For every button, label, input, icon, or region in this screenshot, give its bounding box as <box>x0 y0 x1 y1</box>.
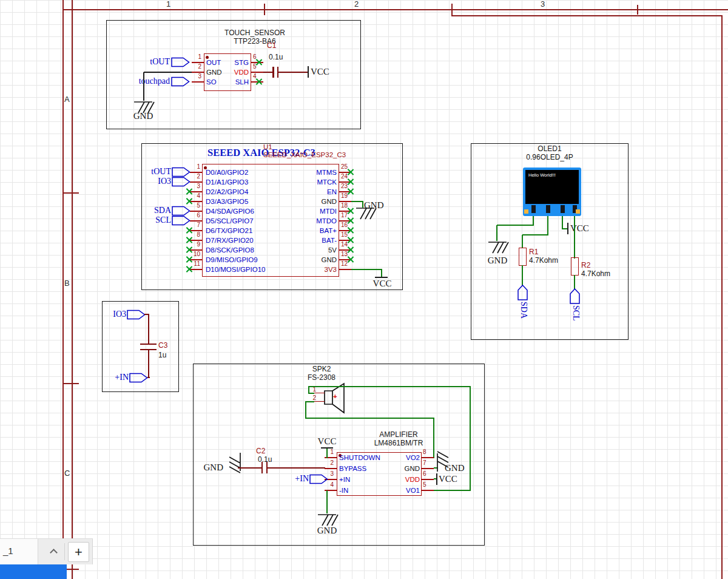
pin-row[interactable]: 2 D1/A1/GPIO3 MTCK 24 <box>182 177 364 187</box>
net-label-io3[interactable]: IO3 <box>103 310 126 319</box>
resistor-r1[interactable] <box>519 248 527 266</box>
net-flag-arrow-icon[interactable] <box>517 285 528 300</box>
no-connect-x-icon[interactable] <box>347 169 354 175</box>
spk-refdes[interactable]: SPK2 <box>300 365 343 374</box>
wire[interactable] <box>278 72 308 73</box>
wire[interactable] <box>522 234 548 235</box>
net-flag-arrow-icon[interactable] <box>570 288 580 304</box>
wire[interactable] <box>326 449 328 458</box>
pin-row[interactable]: 11 D10/MOSI/GPIO10 3V3 12 <box>182 265 364 274</box>
wire[interactable] <box>547 216 548 235</box>
resistor-value[interactable]: 4.7Kohm <box>581 270 610 279</box>
resistor-value[interactable]: 4.7Kohm <box>529 257 558 265</box>
refdes[interactable]: U1 <box>263 143 272 151</box>
add-sheet-button[interactable]: + <box>68 542 89 562</box>
pin-row[interactable]: 10 D9/MISO/GPIO9 GND 13 <box>182 255 364 265</box>
wire[interactable] <box>268 467 325 469</box>
no-connect-x-icon[interactable] <box>186 266 192 273</box>
wire[interactable] <box>148 350 149 378</box>
no-connect-x-icon[interactable] <box>347 256 354 263</box>
pin-row[interactable]: 4 D3/A3/GPIO5 GND 19 <box>182 197 364 206</box>
net-flag-arrow-icon[interactable] <box>172 167 190 177</box>
cap-value[interactable]: 0.1u <box>258 456 272 464</box>
wire[interactable] <box>148 314 149 344</box>
pin-row[interactable]: 6 D5/SCL/GPIO7 MTDO 17 <box>182 216 364 226</box>
schematic-canvas[interactable]: 1 2 3 A B C TOUCH_SENSOR TTP223-BA6 1 OU… <box>0 0 728 579</box>
net-label-tout[interactable]: tOUT <box>141 167 171 177</box>
net-flag-arrow-icon[interactable] <box>172 215 190 226</box>
wire[interactable] <box>522 235 523 248</box>
sheet-tab[interactable]: _1 <box>0 539 38 564</box>
cap-value[interactable]: 1u <box>158 351 166 360</box>
taskbar-fragment[interactable] <box>0 564 67 579</box>
wire[interactable] <box>305 401 306 419</box>
no-connect-x-icon[interactable] <box>347 246 354 253</box>
component-part: LM4861BM/TR <box>368 439 429 448</box>
net-label-sda[interactable]: SDA <box>519 302 528 323</box>
net-label-sda[interactable]: SDA <box>144 206 171 215</box>
cap-refdes[interactable]: C1 <box>267 42 276 50</box>
wire[interactable] <box>351 269 382 270</box>
net-label-plus-in[interactable]: +IN <box>287 474 309 484</box>
wire[interactable] <box>308 386 309 393</box>
oled-module[interactable]: Hello World!!! <box>523 168 581 216</box>
net-label-scl[interactable]: SCL <box>146 215 171 225</box>
net-flag-arrow-icon[interactable] <box>171 57 190 67</box>
spk-part[interactable]: FS-2308 <box>300 374 343 382</box>
net-flag-arrow-icon[interactable] <box>127 310 146 320</box>
no-connect-x-icon[interactable] <box>255 78 262 85</box>
wire[interactable] <box>522 265 523 286</box>
wire[interactable] <box>497 225 534 226</box>
pin-row[interactable]: 9 D8/SCK/GPIO8 5V 14 <box>182 245 364 255</box>
pin-row[interactable]: 4 -IN VO1 5 <box>315 485 443 496</box>
wire[interactable] <box>574 216 575 259</box>
cap-refdes[interactable]: C3 <box>158 342 167 350</box>
net-flag-arrow-icon[interactable] <box>129 373 148 383</box>
wire[interactable] <box>305 401 314 402</box>
net-flag-arrow-icon[interactable] <box>309 474 328 484</box>
pin-row[interactable]: 7 D6/TX/GPIO21 BAT+ 16 <box>182 226 364 235</box>
wire[interactable] <box>496 225 497 241</box>
ground-symbol-icon[interactable] <box>228 450 242 474</box>
wire[interactable] <box>144 72 192 73</box>
net-label-tout[interactable]: tOUT <box>138 57 170 67</box>
pin-row[interactable]: 3 D2/A2/GPIO4 EN 23 <box>182 187 364 197</box>
no-connect-x-icon[interactable] <box>347 178 354 185</box>
wire[interactable] <box>326 490 328 513</box>
no-connect-x-icon[interactable] <box>347 188 354 195</box>
wire[interactable] <box>308 386 471 387</box>
capacitor-plate[interactable] <box>272 67 274 78</box>
wire[interactable] <box>562 216 563 229</box>
pin-row[interactable]: 1 D0/A0/GPIO2 MTMS 25 <box>182 168 364 177</box>
cap-refdes[interactable]: C2 <box>256 447 265 456</box>
resistor-refdes[interactable]: R2 <box>581 262 590 270</box>
wire[interactable] <box>143 72 144 101</box>
wire[interactable] <box>351 201 363 202</box>
pin-row[interactable]: 8 D7/RX/GPIO20 BAT- 15 <box>182 235 364 245</box>
no-connect-x-icon[interactable] <box>347 227 354 234</box>
net-flag-arrow-icon[interactable] <box>172 206 190 216</box>
chevron-up-icon[interactable] <box>50 549 58 557</box>
pin-row[interactable]: 3 SO SLH 4 <box>182 77 273 87</box>
pin-row[interactable]: 5 D4/SDA/GPIO6 MTDI 18 <box>182 206 364 216</box>
net-label-io3[interactable]: IO3 <box>147 177 171 186</box>
net-label-scl[interactable]: SCL <box>571 305 581 327</box>
capacitor-plate[interactable] <box>140 344 157 345</box>
wire[interactable] <box>308 393 314 394</box>
wire[interactable] <box>470 386 471 491</box>
no-connect-x-icon[interactable] <box>347 237 354 243</box>
net-label-plus-in[interactable]: +IN <box>107 373 129 382</box>
ground-symbol-icon[interactable] <box>485 240 510 255</box>
net-label-touchpad[interactable]: touchpad <box>129 76 170 86</box>
resistor-refdes[interactable]: R1 <box>529 248 538 257</box>
wire[interactable] <box>305 418 434 419</box>
part-name[interactable]: SEEED_XAIO_ESP32_C3 <box>263 151 346 159</box>
part-name[interactable]: 0.96OLED_4P <box>513 154 586 162</box>
wire[interactable] <box>238 467 262 469</box>
refdes[interactable]: OLED1 <box>513 145 586 154</box>
wire[interactable] <box>574 275 575 290</box>
resistor-r2[interactable] <box>571 257 579 276</box>
cap-value[interactable]: 0.1u <box>269 53 283 62</box>
net-flag-arrow-icon[interactable] <box>172 177 190 187</box>
net-flag-arrow-icon[interactable] <box>171 76 190 87</box>
